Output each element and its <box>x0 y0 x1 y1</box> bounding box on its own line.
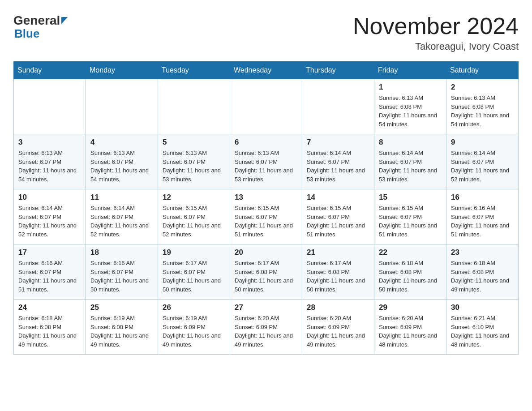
day-info: Sunrise: 6:13 AMSunset: 6:07 PMDaylight:… <box>90 149 153 184</box>
calendar-week-2: 3Sunrise: 6:13 AMSunset: 6:07 PMDaylight… <box>14 134 519 189</box>
day-number: 22 <box>379 248 442 257</box>
table-row: 28Sunrise: 6:20 AMSunset: 6:09 PMDayligh… <box>302 300 374 355</box>
day-info: Sunrise: 6:16 AMSunset: 6:07 PMDaylight:… <box>451 204 514 239</box>
day-info: Sunrise: 6:15 AMSunset: 6:07 PMDaylight:… <box>235 204 297 239</box>
day-info: Sunrise: 6:13 AMSunset: 6:07 PMDaylight:… <box>235 149 297 184</box>
day-number: 14 <box>307 193 369 202</box>
location-subtitle: Takoreagui, Ivory Coast <box>353 41 519 52</box>
day-number: 16 <box>451 193 514 202</box>
table-row <box>230 79 302 134</box>
table-row: 7Sunrise: 6:14 AMSunset: 6:07 PMDaylight… <box>302 134 374 189</box>
table-row: 25Sunrise: 6:19 AMSunset: 6:08 PMDayligh… <box>86 300 158 355</box>
calendar-table: Sunday Monday Tuesday Wednesday Thursday… <box>13 61 519 355</box>
table-row: 17Sunrise: 6:16 AMSunset: 6:07 PMDayligh… <box>14 244 86 300</box>
day-info: Sunrise: 6:20 AMSunset: 6:09 PMDaylight:… <box>307 314 369 349</box>
title-area: November 2024 Takoreagui, Ivory Coast <box>353 13 519 52</box>
table-row: 1Sunrise: 6:13 AMSunset: 6:08 PMDaylight… <box>374 79 446 134</box>
day-info: Sunrise: 6:19 AMSunset: 6:08 PMDaylight:… <box>90 314 153 349</box>
day-info: Sunrise: 6:15 AMSunset: 6:07 PMDaylight:… <box>379 204 442 239</box>
table-row: 21Sunrise: 6:17 AMSunset: 6:08 PMDayligh… <box>302 244 374 300</box>
day-number: 26 <box>163 303 225 312</box>
calendar-week-1: 1Sunrise: 6:13 AMSunset: 6:08 PMDaylight… <box>14 79 519 134</box>
day-info: Sunrise: 6:19 AMSunset: 6:09 PMDaylight:… <box>163 314 225 349</box>
table-row: 18Sunrise: 6:16 AMSunset: 6:07 PMDayligh… <box>86 244 158 300</box>
logo-general-text: General <box>13 13 60 28</box>
day-info: Sunrise: 6:14 AMSunset: 6:07 PMDaylight:… <box>379 149 442 184</box>
day-number: 27 <box>235 303 297 312</box>
day-number: 11 <box>90 193 153 202</box>
day-info: Sunrise: 6:17 AMSunset: 6:08 PMDaylight:… <box>235 259 297 294</box>
day-number: 3 <box>18 138 81 147</box>
day-number: 15 <box>379 193 442 202</box>
day-info: Sunrise: 6:15 AMSunset: 6:07 PMDaylight:… <box>307 204 369 239</box>
logo-triangle-icon <box>61 17 68 24</box>
table-row: 27Sunrise: 6:20 AMSunset: 6:09 PMDayligh… <box>230 300 302 355</box>
header-thursday: Thursday <box>302 62 374 79</box>
day-number: 18 <box>90 248 153 257</box>
day-info: Sunrise: 6:13 AMSunset: 6:08 PMDaylight:… <box>451 94 514 128</box>
table-row: 8Sunrise: 6:14 AMSunset: 6:07 PMDaylight… <box>374 134 446 189</box>
day-number: 2 <box>451 83 514 92</box>
table-row: 13Sunrise: 6:15 AMSunset: 6:07 PMDayligh… <box>230 189 302 244</box>
table-row: 11Sunrise: 6:14 AMSunset: 6:07 PMDayligh… <box>86 189 158 244</box>
day-number: 6 <box>235 138 297 147</box>
day-number: 21 <box>307 248 369 257</box>
table-row: 10Sunrise: 6:14 AMSunset: 6:07 PMDayligh… <box>14 189 86 244</box>
table-row: 9Sunrise: 6:14 AMSunset: 6:07 PMDaylight… <box>446 134 519 189</box>
day-info: Sunrise: 6:18 AMSunset: 6:08 PMDaylight:… <box>379 259 442 294</box>
day-info: Sunrise: 6:13 AMSunset: 6:08 PMDaylight:… <box>379 94 442 128</box>
day-number: 23 <box>451 248 514 257</box>
table-row <box>86 79 158 134</box>
day-number: 25 <box>90 303 153 312</box>
day-info: Sunrise: 6:14 AMSunset: 6:07 PMDaylight:… <box>307 149 369 184</box>
page-header: General Blue November 2024 Takoreagui, I… <box>13 13 519 52</box>
day-info: Sunrise: 6:20 AMSunset: 6:09 PMDaylight:… <box>379 314 442 349</box>
day-number: 8 <box>379 138 442 147</box>
weekday-header-row: Sunday Monday Tuesday Wednesday Thursday… <box>14 62 519 79</box>
day-number: 5 <box>163 138 225 147</box>
day-info: Sunrise: 6:13 AMSunset: 6:07 PMDaylight:… <box>163 149 225 184</box>
calendar-week-4: 17Sunrise: 6:16 AMSunset: 6:07 PMDayligh… <box>14 244 519 300</box>
day-number: 10 <box>18 193 81 202</box>
table-row: 19Sunrise: 6:17 AMSunset: 6:07 PMDayligh… <box>158 244 230 300</box>
header-sunday: Sunday <box>14 62 86 79</box>
day-info: Sunrise: 6:16 AMSunset: 6:07 PMDaylight:… <box>90 259 153 294</box>
logo-blue-text: Blue <box>14 28 68 39</box>
day-number: 17 <box>18 248 81 257</box>
day-number: 30 <box>451 303 514 312</box>
day-info: Sunrise: 6:15 AMSunset: 6:07 PMDaylight:… <box>163 204 225 239</box>
day-info: Sunrise: 6:18 AMSunset: 6:08 PMDaylight:… <box>18 314 81 349</box>
day-info: Sunrise: 6:14 AMSunset: 6:07 PMDaylight:… <box>90 204 153 239</box>
day-number: 13 <box>235 193 297 202</box>
table-row <box>158 79 230 134</box>
table-row: 23Sunrise: 6:18 AMSunset: 6:08 PMDayligh… <box>446 244 519 300</box>
logo: General Blue <box>13 13 68 39</box>
day-number: 28 <box>307 303 369 312</box>
day-number: 20 <box>235 248 297 257</box>
table-row <box>14 79 86 134</box>
table-row: 15Sunrise: 6:15 AMSunset: 6:07 PMDayligh… <box>374 189 446 244</box>
table-row: 2Sunrise: 6:13 AMSunset: 6:08 PMDaylight… <box>446 79 519 134</box>
table-row: 5Sunrise: 6:13 AMSunset: 6:07 PMDaylight… <box>158 134 230 189</box>
table-row <box>302 79 374 134</box>
header-friday: Friday <box>374 62 446 79</box>
table-row: 4Sunrise: 6:13 AMSunset: 6:07 PMDaylight… <box>86 134 158 189</box>
table-row: 12Sunrise: 6:15 AMSunset: 6:07 PMDayligh… <box>158 189 230 244</box>
day-number: 7 <box>307 138 369 147</box>
day-info: Sunrise: 6:14 AMSunset: 6:07 PMDaylight:… <box>18 204 81 239</box>
day-info: Sunrise: 6:13 AMSunset: 6:07 PMDaylight:… <box>18 149 81 184</box>
calendar-week-3: 10Sunrise: 6:14 AMSunset: 6:07 PMDayligh… <box>14 189 519 244</box>
day-number: 12 <box>163 193 225 202</box>
table-row: 3Sunrise: 6:13 AMSunset: 6:07 PMDaylight… <box>14 134 86 189</box>
table-row: 30Sunrise: 6:21 AMSunset: 6:10 PMDayligh… <box>446 300 519 355</box>
header-monday: Monday <box>86 62 158 79</box>
day-number: 24 <box>18 303 81 312</box>
calendar-week-5: 24Sunrise: 6:18 AMSunset: 6:08 PMDayligh… <box>14 300 519 355</box>
header-wednesday: Wednesday <box>230 62 302 79</box>
day-number: 1 <box>379 83 442 92</box>
day-number: 4 <box>90 138 153 147</box>
table-row: 26Sunrise: 6:19 AMSunset: 6:09 PMDayligh… <box>158 300 230 355</box>
table-row: 14Sunrise: 6:15 AMSunset: 6:07 PMDayligh… <box>302 189 374 244</box>
table-row: 20Sunrise: 6:17 AMSunset: 6:08 PMDayligh… <box>230 244 302 300</box>
day-info: Sunrise: 6:17 AMSunset: 6:08 PMDaylight:… <box>307 259 369 294</box>
